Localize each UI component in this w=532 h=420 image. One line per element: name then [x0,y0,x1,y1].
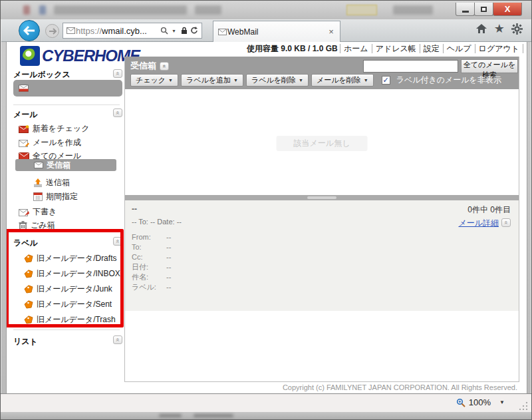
mail-detail-pane: -- 0件中 0件目 -- To: -- Date: -- メール詳細 « Fr… [125,200,519,311]
favorites-star-icon[interactable]: ★ [494,23,505,35]
detail-field-cc: Cc:-- [132,252,171,262]
dropdown-caret-icon: ▼ [364,78,368,83]
list-collapse-button[interactable]: « [113,335,122,344]
background-window-artifact [23,5,30,15]
checkbox-check-icon: ✓ [383,76,389,85]
sidebar-label-junk[interactable]: 旧メールデータ/Junk [24,284,112,295]
detail-field-subject: 件名:-- [132,272,171,282]
sidebar-label-trash[interactable]: 旧メールデータ/Trash [24,314,116,325]
usage-value: 9.0 KB / 1.0 GB [281,44,337,53]
hide-labeled-label: ラベル付きのメールを非表示 [396,75,501,86]
mailbox-section-title: メールボックス [13,69,70,81]
mail-section-title: メール [13,109,38,120]
minimize-button[interactable] [456,3,475,16]
restore-button[interactable] [474,3,493,16]
link-home[interactable]: ホーム [340,44,372,53]
list-section-title: リスト [13,336,38,347]
sidebar-item-outbox[interactable]: 送信箱 [33,177,70,188]
mail-toolbar: チェック▼ ラベルを追加▼ ラベルを削除▼ メールを削除▼ ✓ ラベル付きのメー… [130,74,501,87]
title-bar[interactable]: X [1,1,531,19]
inbox-collapse-button[interactable]: « [160,62,169,71]
search-icon[interactable] [159,25,169,37]
forward-button[interactable] [45,24,59,38]
tab-title: WebMail [227,27,327,37]
empty-mail-message: 該当メール無し [277,136,368,151]
sidebar-item-inbox-selected[interactable]: 受信箱 [15,159,116,171]
sidebar-label-drafts[interactable]: 旧メールデータ/Drafts [24,253,116,264]
tab-close-icon[interactable]: × [327,27,336,37]
hide-labeled-checkbox[interactable]: ✓ [382,76,390,85]
address-bar[interactable]: https://wmail.cyb... ▾ [63,23,202,39]
link-logout[interactable]: ログアウト [475,44,523,53]
mailbox-account-item[interactable] [13,80,122,97]
home-icon[interactable] [475,23,487,34]
trash-icon [19,221,27,230]
sidebar-item-date-range[interactable]: 期間指定 [33,191,78,202]
mail-list-area: 該当メール無し [125,89,519,195]
zoom-control[interactable]: 100% ▼ [456,397,505,407]
tag-icon [24,270,33,278]
detail-collapse-button[interactable]: « [501,218,511,227]
browser-tab-webmail[interactable]: WebMail × [213,21,340,42]
back-button[interactable] [19,20,40,41]
check-dropdown-button[interactable]: チェック▼ [130,74,178,87]
top-account-links: 使用容量 9.0 KB / 1.0 GB ホームアドレス帳設定ヘルプログアウト [247,43,523,55]
sidebar-item-compose-mail[interactable]: メールを作成 [19,137,81,148]
close-button[interactable]: X [493,3,522,16]
browser-action-icons: ★ [475,23,523,35]
link-settings[interactable]: 設定 [420,44,443,53]
window-bottom-frame [1,412,531,419]
background-window-artifact [54,5,187,15]
new-mail-icon [19,125,29,133]
dropdown-caret-icon: ▼ [168,78,173,83]
link-address-book[interactable]: アドレス帳 [372,44,420,53]
detail-field-from: From:-- [132,232,171,242]
sidebar-label-inbox[interactable]: 旧メールデータ/INBOX [24,268,120,280]
url-text[interactable]: https://wmail.cyb... [76,26,159,36]
copyright-text: Copyright (c) FAMILYNET JAPAN CORPORATIO… [283,383,517,391]
background-window-artifact [346,5,377,15]
usage-label: 使用容量 [247,44,279,53]
pane-splitter[interactable] [125,195,519,200]
delete-mail-dropdown-button[interactable]: メールを削除▼ [311,74,374,87]
detail-field-date: 日付:-- [132,262,171,272]
detail-field-label: ラベル:-- [132,282,171,292]
sidebar-divider [13,329,120,330]
browser-window: X https://wmail.cyb... ▾ [0,0,532,420]
zoom-level-text: 100% [469,397,491,407]
calendar-icon [33,192,43,201]
mailbox-collapse-button[interactable]: « [113,69,122,78]
zoom-dropdown-caret-icon[interactable]: ▼ [499,399,505,405]
inbox-header-bar: 受信箱 « 全てのメールを検索 チェック▼ ラベルを追加▼ ラベルを削除▼ メー… [125,57,519,89]
detail-count: 0件中 0件目 [467,204,511,216]
forward-arrow-icon [49,28,57,35]
sidebar-item-trash[interactable]: ごみ箱 [19,220,55,231]
sidebar-label-sent[interactable]: 旧メールデータ/Sent [24,299,112,310]
remove-label-dropdown-button[interactable]: ラベルを削除▼ [246,74,309,87]
splitter-handle-icon [307,196,336,199]
inbox-title: 受信箱 « [130,60,169,72]
sidebar-item-drafts[interactable]: 下書き [19,206,57,218]
settings-gear-icon[interactable] [511,23,523,35]
window-controls: X [456,3,522,16]
tag-icon [24,300,33,309]
cyberhome-logo-icon [20,46,40,66]
label-collapse-button[interactable]: « [113,237,122,246]
browser-navbar: https://wmail.cyb... ▾ WebMail × ★ [1,19,532,42]
zoom-magnifier-icon [456,398,466,407]
tag-icon [24,315,33,324]
resize-grip[interactable] [519,401,529,410]
mail-search-input[interactable] [363,60,458,73]
dropdown-caret-icon: ▼ [299,78,303,83]
tab-favicon-envelope-icon [217,26,227,38]
mail-detail-link[interactable]: メール詳細 [458,218,499,229]
add-label-dropdown-button[interactable]: ラベルを追加▼ [181,74,243,87]
background-window-artifact [159,414,182,417]
address-dropdown-caret-icon[interactable]: ▾ [169,25,179,37]
refresh-icon[interactable] [189,25,199,37]
sidebar-item-check-new-mail[interactable]: 新着をチェック [19,123,89,134]
mail-collapse-button[interactable]: « [113,108,122,117]
background-window-artifact [195,5,221,15]
search-all-mail-button[interactable]: 全てのメールを検索 [461,59,518,73]
link-help[interactable]: ヘルプ [443,44,475,53]
